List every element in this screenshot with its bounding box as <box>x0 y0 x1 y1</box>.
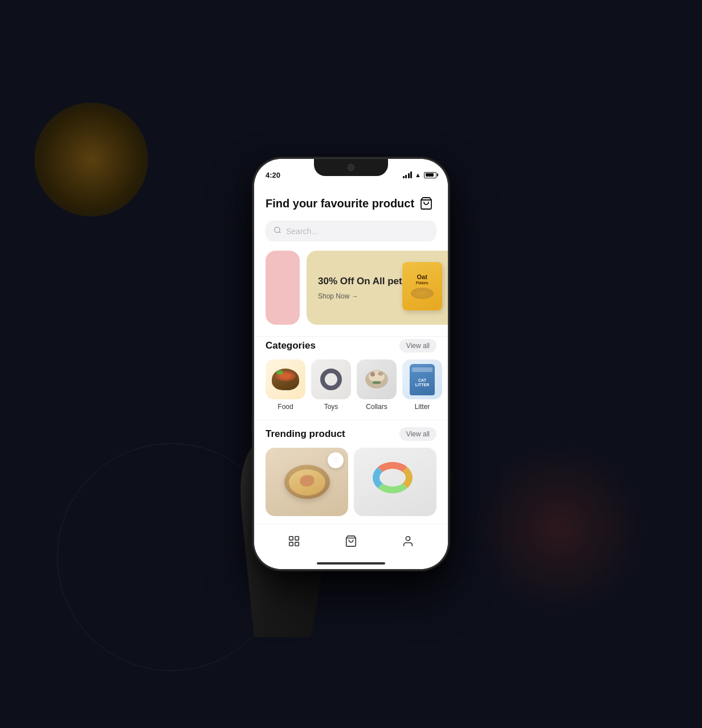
collar-icon <box>361 365 393 394</box>
toy-ring-shape <box>320 369 342 390</box>
category-litter[interactable]: CATLITTER Litter <box>402 359 442 411</box>
product-card-2[interactable] <box>354 448 436 516</box>
category-toys-label: Toys <box>324 403 338 411</box>
categories-header: Categories View all <box>266 339 436 353</box>
wifi-icon: ▲ <box>415 171 421 178</box>
litter-box-label: CATLITTER <box>415 378 430 387</box>
oat-label: Oat Flakes <box>416 273 428 286</box>
dog-silhouette <box>300 475 314 486</box>
svg-rect-8 <box>295 536 299 539</box>
banner-image-1: Oat Flakes <box>402 262 448 313</box>
search-icon <box>274 226 281 236</box>
categories-grid: Food Toys <box>266 359 436 411</box>
bottom-nav <box>254 523 448 558</box>
battery-icon <box>424 172 436 178</box>
search-placeholder: Search... <box>286 227 318 236</box>
category-litter-img: CATLITTER <box>402 359 442 399</box>
svg-rect-10 <box>295 542 299 545</box>
app-header: Find your favourite product <box>254 184 448 220</box>
dog-bed-icon <box>284 465 330 499</box>
category-litter-label: Litter <box>415 403 430 411</box>
category-food[interactable]: Food <box>266 359 305 411</box>
bg-glow <box>474 443 645 614</box>
svg-point-12 <box>406 536 410 540</box>
scene: 4:20 ▲ Find your favourite product <box>254 159 448 569</box>
toy-icon <box>317 368 345 391</box>
notch-camera <box>348 164 354 171</box>
svg-point-1 <box>275 227 280 232</box>
categories-section: Categories View all Food <box>254 339 448 418</box>
separator-1 <box>254 336 448 337</box>
svg-rect-6 <box>373 381 381 384</box>
rope-icon <box>370 462 421 502</box>
banner-discount-1: 30% Off On All pet <box>318 275 402 288</box>
svg-rect-9 <box>289 542 293 545</box>
battery-fill <box>426 173 434 177</box>
bg-arc <box>57 443 285 671</box>
category-food-img <box>266 359 305 399</box>
svg-point-5 <box>378 372 383 376</box>
trending-grid: ♡ <box>266 448 436 516</box>
category-collars-img <box>357 359 397 399</box>
trending-title: Trending product <box>266 428 345 440</box>
trending-section: Trending product View all <box>254 423 448 516</box>
category-toys-img <box>311 359 351 399</box>
nav-home[interactable] <box>279 533 309 550</box>
home-bar <box>317 562 385 565</box>
category-collars[interactable]: Collars <box>357 359 397 411</box>
svg-rect-7 <box>289 536 293 539</box>
status-time: 4:20 <box>266 171 280 179</box>
category-toys[interactable]: Toys <box>311 359 351 411</box>
product-2-image <box>354 448 436 516</box>
trending-view-all[interactable]: View all <box>399 427 436 441</box>
banner-section: 30% Off On All pet Shop Now → Oat Flakes <box>254 251 448 334</box>
heart-button-1[interactable]: ♡ <box>328 452 344 468</box>
heart-icon-1: ♡ <box>333 456 339 464</box>
litter-box-icon: CATLITTER <box>410 364 435 395</box>
page-title: Find your favourite product <box>266 197 414 210</box>
notch <box>314 159 388 176</box>
status-icons: ▲ <box>403 171 436 178</box>
nav-shop[interactable] <box>336 533 366 550</box>
banner-scroll: 30% Off On All pet Shop Now → Oat Flakes <box>254 251 448 325</box>
food-bowl-icon <box>272 369 299 390</box>
banner-text-1: 30% Off On All pet Shop Now → <box>318 275 402 300</box>
search-bar[interactable]: Search... <box>266 220 436 242</box>
oat-visual <box>411 288 434 299</box>
home-indicator <box>254 558 448 569</box>
signal-icon <box>403 171 413 178</box>
banner-shop-now-1[interactable]: Shop Now → <box>318 292 402 300</box>
banner-card-peek <box>266 251 300 325</box>
categories-title: Categories <box>266 340 316 351</box>
separator-2 <box>254 420 448 420</box>
cart-button[interactable] <box>416 193 436 214</box>
category-food-label: Food <box>277 403 293 411</box>
svg-point-4 <box>370 372 375 377</box>
phone-screen: 4:20 ▲ Find your favourite product <box>254 159 448 569</box>
banner-card-1[interactable]: 30% Off On All pet Shop Now → Oat Flakes <box>307 251 448 325</box>
oat-flakes-box: Oat Flakes <box>402 262 442 310</box>
rope-ring-shape <box>373 462 413 493</box>
bg-circle <box>34 103 148 216</box>
nav-profile[interactable] <box>393 533 423 550</box>
product-card-1[interactable]: ♡ <box>266 448 348 516</box>
category-collars-label: Collars <box>366 403 387 411</box>
app-content: Find your favourite product <box>254 184 448 523</box>
categories-view-all[interactable]: View all <box>399 339 436 353</box>
phone: 4:20 ▲ Find your favourite product <box>254 159 448 569</box>
trending-header: Trending product View all <box>266 427 436 441</box>
